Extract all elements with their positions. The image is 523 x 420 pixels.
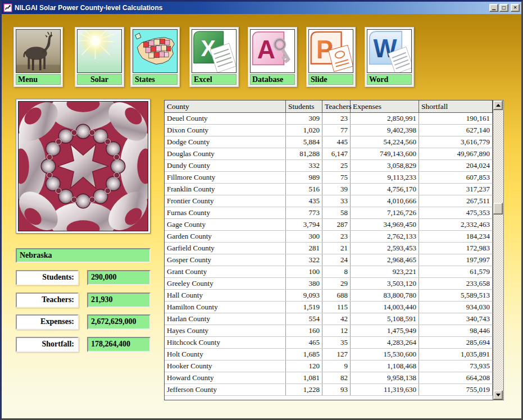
table-row[interactable]: Grant County 100 8 923,221 61,579 (165, 266, 493, 278)
table-row[interactable]: Garden County 300 23 2,762,133 184,234 (165, 231, 493, 243)
cell-expenses: 2,968,465 (351, 254, 419, 266)
table-row[interactable]: Hitchcock County 465 35 4,283,264 285,69… (165, 337, 493, 349)
table-row[interactable]: Hayes County 160 12 1,475,949 98,446 (165, 325, 493, 337)
table-row[interactable]: Hall County 9,093 688 83,800,780 5,589,5… (165, 290, 493, 302)
states-button-label: States (133, 74, 178, 85)
cell-county: Jefferson County (165, 384, 286, 395)
word-button-label: Word (367, 74, 412, 85)
cell-teachers: 58 (322, 207, 351, 218)
table-row[interactable]: Greeley County 380 29 3,503,120 233,658 (165, 278, 493, 290)
minimize-button[interactable]: ▁ (489, 4, 498, 12)
cell-teachers: 93 (322, 384, 351, 395)
cell-students: 322 (286, 254, 322, 266)
cell-students: 465 (286, 337, 322, 348)
shortfall-value-field[interactable]: 178,264,400 (87, 337, 151, 352)
states-button[interactable]: States (130, 27, 180, 87)
slide-button[interactable]: P Slide (306, 27, 356, 87)
table-row[interactable]: Douglas County 81,288 6,147 749,143,600 … (165, 148, 493, 160)
table-row[interactable]: Frontier County 435 33 4,010,666 267,511 (165, 195, 493, 207)
maximize-button[interactable]: □ (499, 4, 508, 12)
scroll-down-button[interactable] (493, 390, 503, 400)
table-row[interactable]: Deuel County 309 23 2,850,991 190,161 (165, 113, 493, 125)
cell-expenses: 15,530,600 (351, 349, 419, 360)
state-name-field[interactable]: Nebraska (16, 248, 151, 263)
cell-students: 81,288 (286, 148, 322, 159)
cell-expenses: 54,224,560 (351, 136, 419, 148)
cell-county: Harlan County (165, 313, 286, 325)
slide-button-label: Slide (308, 74, 353, 85)
table-row[interactable]: Harlan County 554 42 5,108,591 340,743 (165, 313, 493, 325)
cell-county: Grant County (165, 266, 286, 277)
table-row[interactable]: Howard County 1,081 82 9,958,138 664,208 (165, 372, 493, 384)
menu-button[interactable]: Menu (13, 27, 63, 87)
cell-students: 300 (286, 231, 322, 242)
table-row[interactable]: Dixon County 1,020 77 9,402,398 627,140 (165, 125, 493, 136)
close-button[interactable]: ✕ (511, 4, 520, 12)
cell-county: Furnas County (165, 207, 286, 218)
cell-shortfall: 204,024 (419, 160, 493, 171)
cell-shortfall: 934,030 (419, 302, 493, 313)
cell-shortfall: 98,446 (419, 325, 493, 336)
teachers-label: Teachers: (16, 293, 79, 308)
cell-teachers: 8 (322, 266, 351, 277)
table-row[interactable]: Garfield County 281 21 2,593,453 172,983 (165, 243, 493, 254)
scroll-up-button[interactable] (493, 101, 503, 110)
teachers-value-field[interactable]: 21,930 (87, 293, 151, 308)
solar-button-label: Solar (77, 74, 122, 85)
table-row[interactable]: Hooker County 120 9 1,108,468 73,935 (165, 360, 493, 372)
sun-icon (77, 29, 122, 73)
cell-county: Gosper County (165, 254, 286, 266)
table-row[interactable]: Fillmore County 989 75 9,113,233 607,853 (165, 172, 493, 184)
table-row[interactable]: Dundy County 332 25 3,058,829 204,024 (165, 160, 493, 172)
expenses-value-field[interactable]: 2,672,629,000 (87, 314, 151, 330)
students-value-field[interactable]: 290,000 (87, 270, 151, 285)
word-button[interactable]: W Word (365, 27, 414, 87)
county-table: County Students Teachers Expenses Shortf… (164, 100, 504, 400)
table-row[interactable]: Dodge County 5,884 445 54,224,560 3,616,… (165, 136, 493, 148)
scrollbar-thumb[interactable] (493, 203, 503, 214)
excel-button[interactable]: X Excel (189, 27, 239, 87)
cell-students: 5,884 (286, 136, 322, 148)
solar-button[interactable]: Solar (75, 27, 124, 87)
close-icon: ✕ (513, 6, 517, 10)
cell-teachers: 77 (322, 125, 351, 136)
excel-icon: X (192, 29, 237, 73)
cell-shortfall: 190,161 (419, 113, 493, 124)
cell-teachers: 688 (322, 290, 351, 301)
table-row[interactable]: Gage County 3,794 287 34,969,450 2,332,4… (165, 219, 493, 231)
table-row[interactable]: Jefferson County 1,228 93 11,319,630 755… (165, 384, 493, 396)
cell-students: 160 (286, 325, 322, 336)
cell-county: Deuel County (165, 113, 286, 124)
us-map-icon (133, 29, 178, 73)
cell-expenses: 5,108,591 (351, 313, 419, 325)
table-row[interactable]: Franklin County 516 39 4,756,170 317,237 (165, 184, 493, 195)
cell-teachers: 115 (322, 302, 351, 313)
cell-county: Howard County (165, 372, 286, 384)
cell-students: 989 (286, 172, 322, 183)
cell-students: 1,685 (286, 349, 322, 360)
table-row[interactable]: Hamilton County 1,519 115 14,003,440 934… (165, 302, 493, 313)
table-row[interactable]: Holt County 1,685 127 15,530,600 1,035,8… (165, 349, 493, 360)
cell-county: Greeley County (165, 278, 286, 289)
table-row[interactable]: Gosper County 322 24 2,968,465 197,997 (165, 254, 493, 266)
cell-county: Hooker County (165, 360, 286, 372)
cell-students: 309 (286, 113, 322, 124)
database-button-label: Database (250, 74, 295, 85)
cell-shortfall: 3,616,779 (419, 136, 493, 148)
cell-shortfall: 49,967,890 (419, 148, 493, 159)
cell-teachers: 25 (322, 160, 351, 171)
cell-teachers: 39 (322, 184, 351, 195)
cell-teachers: 6,147 (322, 148, 351, 159)
cell-expenses: 34,969,450 (351, 219, 419, 230)
cell-teachers: 82 (322, 372, 351, 384)
down-arrow-icon (496, 394, 501, 396)
table-row[interactable]: Furnas County 773 58 7,126,726 475,353 (165, 207, 493, 219)
vertical-scrollbar[interactable] (493, 100, 504, 400)
cell-shortfall: 607,853 (419, 172, 493, 183)
minimize-icon: ▁ (492, 6, 495, 10)
cell-teachers: 42 (322, 313, 351, 325)
database-button[interactable]: A Database (248, 27, 297, 87)
cell-shortfall: 285,694 (419, 337, 493, 348)
cell-county: Dodge County (165, 136, 286, 148)
cell-shortfall: 61,579 (419, 266, 493, 277)
